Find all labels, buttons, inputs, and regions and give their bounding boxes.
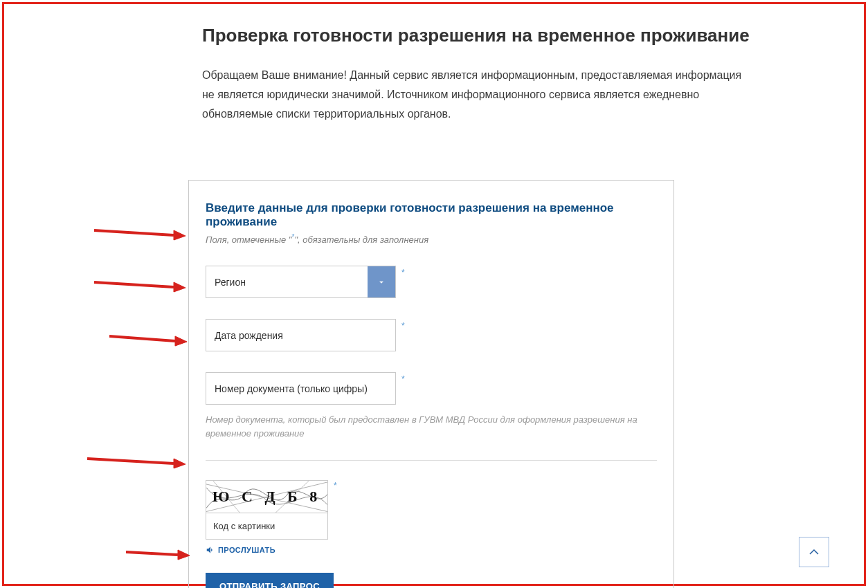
region-dropdown-button[interactable] — [368, 266, 395, 297]
region-select[interactable]: Регион — [206, 266, 396, 298]
docnum-field-row: Номер документа (только цифры) * Номер д… — [206, 372, 657, 441]
scroll-top-button[interactable] — [799, 537, 829, 567]
chevron-up-icon — [808, 546, 820, 558]
page-title: Проверка готовности разрешения на времен… — [202, 25, 822, 46]
docnum-placeholder: Номер документа (только цифры) — [215, 383, 368, 394]
svg-marker-7 — [174, 282, 186, 292]
captcha-input-placeholder: Код с картинки — [213, 521, 275, 531]
dob-input[interactable]: Дата рождения — [206, 319, 396, 351]
required-suffix: ", обязательны для заполнения — [294, 235, 428, 245]
submit-label: ОТПРАВИТЬ ЗАПРОС — [219, 581, 320, 588]
captcha-image: Ю С Д Б 8 — [206, 480, 328, 513]
page-content: Проверка готовности разрешения на времен… — [4, 4, 864, 124]
dob-placeholder: Дата рождения — [215, 330, 283, 341]
svg-line-4 — [94, 230, 174, 235]
annotation-arrow — [109, 328, 192, 351]
docnum-hint: Номер документа, который был предоставле… — [206, 413, 649, 441]
required-star-icon: * — [401, 374, 405, 384]
required-note: Поля, отмеченные "*", обязательны для за… — [206, 233, 657, 245]
svg-marker-5 — [174, 230, 186, 240]
region-field-row: Регион * — [206, 266, 657, 298]
captcha-block: Ю С Д Б 8 * Код с картинки ПРОСЛУШАТЬ — [206, 480, 657, 555]
submit-button[interactable]: ОТПРАВИТЬ ЗАПРОС — [206, 573, 334, 588]
captcha-input[interactable]: Код с картинки — [206, 513, 328, 540]
form-card: Введите данные для проверки готовности р… — [188, 180, 674, 588]
region-select-placeholder: Регион — [206, 266, 368, 297]
form-heading: Введите данные для проверки готовности р… — [206, 201, 657, 229]
annotation-arrow — [94, 274, 191, 297]
svg-marker-11 — [174, 459, 186, 468]
svg-line-10 — [87, 459, 174, 463]
intro-text: Обращаем Ваше внимание! Данный сервис яв… — [202, 66, 756, 124]
annotation-arrow — [126, 545, 195, 569]
docnum-input[interactable]: Номер документа (только цифры) — [206, 372, 396, 405]
separator — [206, 460, 657, 461]
annotated-frame: Проверка готовности разрешения на времен… — [2, 2, 866, 586]
required-star-icon: * — [401, 321, 405, 331]
captcha-listen-label: ПРОСЛУШАТЬ — [218, 546, 275, 554]
svg-line-12 — [126, 552, 178, 555]
captcha-chars: Ю С Д Б 8 — [213, 488, 321, 506]
required-star-icon: * — [401, 268, 405, 277]
svg-line-6 — [94, 282, 174, 287]
annotation-arrow — [94, 220, 191, 244]
annotation-arrow — [87, 454, 191, 477]
captcha-listen-link[interactable]: ПРОСЛУШАТЬ — [206, 545, 657, 555]
required-star-icon: * — [334, 481, 337, 490]
chevron-down-icon — [377, 277, 386, 287]
dob-field-row: Дата рождения * — [206, 319, 657, 351]
svg-marker-9 — [175, 336, 187, 346]
svg-line-8 — [109, 336, 175, 341]
required-prefix: Поля, отмеченные " — [206, 235, 291, 245]
speaker-icon — [206, 545, 215, 555]
